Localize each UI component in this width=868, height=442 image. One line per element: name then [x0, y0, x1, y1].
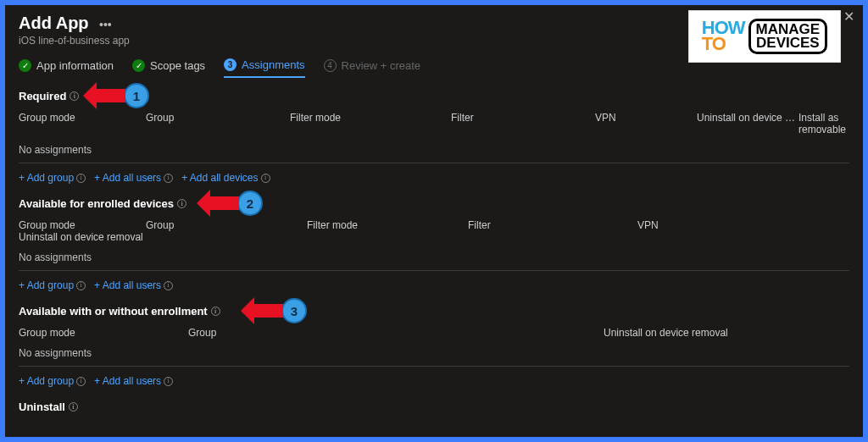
col-filter: Filter: [451, 112, 595, 135]
info-icon[interactable]: [70, 91, 79, 101]
required-columns: Group mode Group Filter mode Filter VPN …: [19, 112, 849, 141]
info-icon[interactable]: [164, 377, 173, 386]
more-icon[interactable]: •••: [99, 18, 112, 31]
divider: [19, 163, 849, 163]
col-removable: Install as removable: [798, 112, 849, 135]
step-review-create[interactable]: 4 Review + create: [324, 59, 421, 77]
col-group: Group: [146, 112, 290, 135]
step-label: Scope tags: [150, 59, 205, 72]
col-uninstall: Uninstall on device removal: [19, 231, 146, 243]
info-icon[interactable]: [76, 281, 86, 290]
callout-3: 3: [254, 298, 307, 323]
info-icon[interactable]: [177, 199, 186, 208]
col-group: Group: [188, 327, 604, 339]
check-icon: [132, 59, 145, 72]
step-label: Review + create: [342, 59, 421, 72]
section-without-enrollment: 3 Available with or without enrollment G…: [19, 303, 849, 387]
arrow-icon: [97, 89, 125, 102]
page-title: Add App: [19, 14, 89, 32]
col-group: Group: [146, 219, 307, 231]
step-number-icon: 4: [324, 59, 337, 72]
col-group-mode: Group mode: [19, 112, 146, 135]
col-vpn: VPN: [637, 219, 849, 231]
info-icon[interactable]: [261, 174, 270, 183]
add-group-link[interactable]: + Add group: [19, 172, 86, 184]
section-title-enrolled: Available for enrolled devices: [19, 197, 186, 210]
arrow-icon: [210, 196, 239, 210]
col-group-mode: Group mode: [19, 327, 188, 339]
section-title-required: Required: [19, 90, 79, 102]
without-links: + Add group + Add all users: [19, 375, 849, 387]
step-assignments[interactable]: 3 Assignments: [224, 58, 304, 78]
col-uninstall: Uninstall on device removal: [604, 327, 849, 339]
divider: [19, 366, 849, 367]
info-icon[interactable]: [76, 174, 86, 183]
callout-badge: 2: [237, 191, 263, 216]
section-uninstall: Uninstall: [19, 399, 849, 414]
divider: [19, 270, 849, 271]
without-columns: Group mode Group Uninstall on device rem…: [19, 327, 849, 344]
brand-logo: HOW TO MANAGE DEVICES: [688, 10, 841, 63]
close-icon[interactable]: ✕: [843, 8, 854, 25]
callout-badge: 3: [281, 298, 307, 323]
required-empty: No assignments: [19, 141, 849, 163]
without-empty: No assignments: [19, 344, 849, 366]
col-vpn: VPN: [595, 112, 697, 135]
col-filter: Filter: [468, 219, 637, 231]
arrow-icon: [254, 304, 283, 318]
check-icon: [19, 59, 31, 72]
col-group-mode: Group mode: [19, 219, 146, 231]
info-icon[interactable]: [69, 402, 78, 412]
add-all-users-link[interactable]: + Add all users: [94, 279, 173, 291]
enrolled-columns: Group mode Group Filter mode Filter VPN …: [19, 219, 849, 248]
section-title-uninstall: Uninstall: [19, 401, 78, 413]
add-all-users-link[interactable]: + Add all users: [94, 375, 173, 387]
step-scope-tags[interactable]: Scope tags: [132, 59, 205, 77]
callout-2: 2: [210, 191, 263, 216]
info-icon[interactable]: [211, 307, 220, 316]
step-label: Assignments: [242, 58, 304, 71]
callout-badge: 1: [124, 83, 149, 108]
col-uninstall: Uninstall on device …: [697, 112, 798, 135]
add-all-devices-link[interactable]: + Add all devices: [181, 172, 270, 184]
step-number-icon: 3: [224, 58, 236, 71]
col-filter-mode: Filter mode: [307, 219, 468, 231]
add-app-panel: ✕ HOW TO MANAGE DEVICES Add App ••• iOS …: [5, 5, 863, 437]
info-icon[interactable]: [164, 281, 173, 290]
col-filter-mode: Filter mode: [290, 112, 451, 135]
add-group-link[interactable]: + Add group: [19, 375, 86, 387]
logo-howto: HOW TO: [702, 20, 745, 52]
callout-1: 1: [97, 83, 149, 108]
logo-manage-devices: MANAGE DEVICES: [748, 19, 828, 54]
section-enrolled: 2 Available for enrolled devices Group m…: [19, 196, 849, 291]
enrolled-empty: No assignments: [19, 248, 849, 270]
enrolled-links: + Add group + Add all users: [19, 279, 849, 291]
info-icon[interactable]: [76, 377, 86, 386]
info-icon[interactable]: [164, 174, 173, 183]
required-links: + Add group + Add all users + Add all de…: [19, 172, 849, 184]
add-group-link[interactable]: + Add group: [19, 279, 86, 291]
step-label: App information: [36, 59, 114, 72]
step-app-information[interactable]: App information: [19, 59, 114, 77]
add-all-users-link[interactable]: + Add all users: [94, 172, 173, 184]
section-required: 1 Required Group mode Group Filter mode …: [19, 88, 849, 184]
section-title-without: Available with or without enrollment: [19, 305, 220, 318]
